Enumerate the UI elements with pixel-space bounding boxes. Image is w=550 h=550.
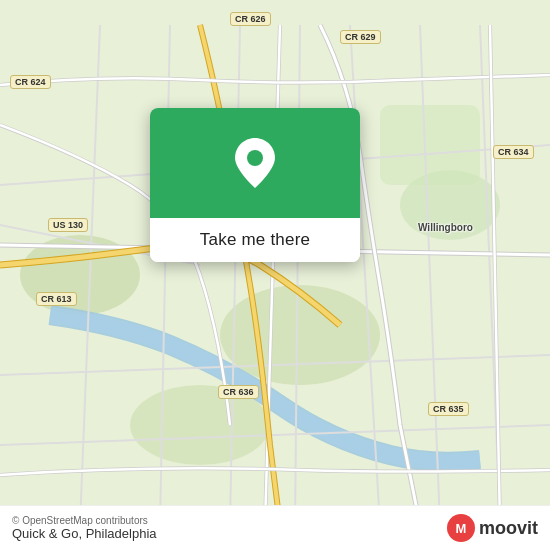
popup-green-header: [150, 108, 360, 218]
road-label-cr624: CR 624: [10, 75, 51, 89]
popup-button-area[interactable]: Take me there: [150, 218, 360, 262]
map-container: CR 626 CR 629 CR 624 CR 634 US 130 CR 61…: [0, 0, 550, 550]
road-label-cr629: CR 629: [340, 30, 381, 44]
bottom-bar: © OpenStreetMap contributors Quick & Go,…: [0, 505, 550, 550]
svg-point-19: [247, 150, 263, 166]
location-name: Quick & Go, Philadelphia: [12, 526, 157, 541]
moovit-logo: M moovit: [447, 514, 538, 542]
road-label-cr626: CR 626: [230, 12, 271, 26]
place-label-willingboro: Willingboro: [418, 222, 473, 233]
road-label-cr636: CR 636: [218, 385, 259, 399]
map-attribution: © OpenStreetMap contributors: [12, 515, 157, 526]
location-pin-icon: [233, 136, 277, 190]
road-label-us130: US 130: [48, 218, 88, 232]
moovit-icon: M: [447, 514, 475, 542]
moovit-brand-text: moovit: [479, 518, 538, 539]
svg-rect-5: [380, 105, 480, 185]
take-me-there-button[interactable]: Take me there: [200, 230, 310, 249]
road-label-cr634: CR 634: [493, 145, 534, 159]
map-svg: [0, 0, 550, 550]
bottom-left-info: © OpenStreetMap contributors Quick & Go,…: [12, 515, 157, 541]
popup-card: Take me there: [150, 108, 360, 262]
svg-text:M: M: [456, 521, 467, 536]
road-label-cr613: CR 613: [36, 292, 77, 306]
svg-point-2: [220, 285, 380, 385]
road-label-cr635: CR 635: [428, 402, 469, 416]
